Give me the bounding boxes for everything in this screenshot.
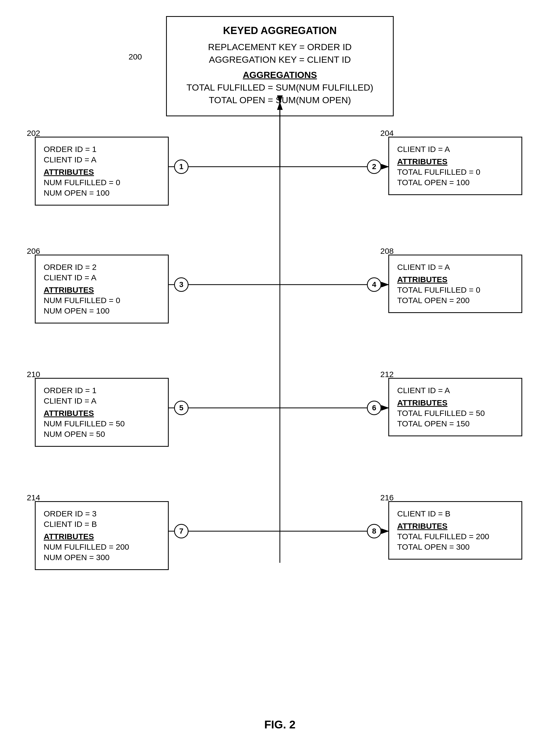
top-box-line4: TOTAL OPEN = SUM(NUM OPEN)	[178, 95, 382, 105]
ref-212: 212	[380, 370, 394, 379]
box-210: ORDER ID = 1 CLIENT ID = A ATTRIBUTES NU…	[35, 378, 169, 447]
circle-8: 8	[367, 524, 381, 538]
ref-208: 208	[380, 247, 394, 256]
fig-label: FIG. 2	[253, 718, 307, 731]
box-208: CLIENT ID = A ATTRIBUTES TOTAL FULFILLED…	[388, 255, 522, 313]
box-212: CLIENT ID = A ATTRIBUTES TOTAL FULFILLED…	[388, 378, 522, 436]
top-box: KEYED AGGREGATION REPLACEMENT KEY = ORDE…	[166, 16, 394, 116]
circle-6: 6	[367, 401, 381, 415]
box-216: CLIENT ID = B ATTRIBUTES TOTAL FULFILLED…	[388, 501, 522, 560]
top-box-aggregations-label: AGGREGATIONS	[178, 70, 382, 80]
ref-216: 216	[380, 493, 394, 502]
ref-206: 206	[27, 247, 40, 256]
diagram-container: KEYED AGGREGATION REPLACEMENT KEY = ORDE…	[0, 0, 560, 752]
top-box-title: KEYED AGGREGATION	[178, 25, 382, 36]
circle-3: 3	[174, 277, 188, 292]
top-box-line2: AGGREGATION KEY = CLIENT ID	[178, 54, 382, 65]
ref-200: 200	[128, 52, 142, 61]
box-214: ORDER ID = 3 CLIENT ID = B ATTRIBUTES NU…	[35, 501, 169, 570]
ref-204: 204	[380, 129, 394, 138]
box-206: ORDER ID = 2 CLIENT ID = A ATTRIBUTES NU…	[35, 255, 169, 324]
ref-210: 210	[27, 370, 40, 379]
circle-2: 2	[367, 159, 381, 174]
circle-4: 4	[367, 277, 381, 292]
circle-7: 7	[174, 524, 188, 538]
top-box-line1: REPLACEMENT KEY = ORDER ID	[178, 42, 382, 52]
circle-5: 5	[174, 401, 188, 415]
circle-1: 1	[174, 159, 188, 174]
box-204: CLIENT ID = A ATTRIBUTES TOTAL FULFILLED…	[388, 137, 522, 195]
top-box-line3: TOTAL FULFILLED = SUM(NUM FULFILLED)	[178, 82, 382, 93]
ref-214: 214	[27, 493, 40, 502]
box-202: ORDER ID = 1 CLIENT ID = A ATTRIBUTES NU…	[35, 137, 169, 206]
ref-202: 202	[27, 129, 40, 138]
